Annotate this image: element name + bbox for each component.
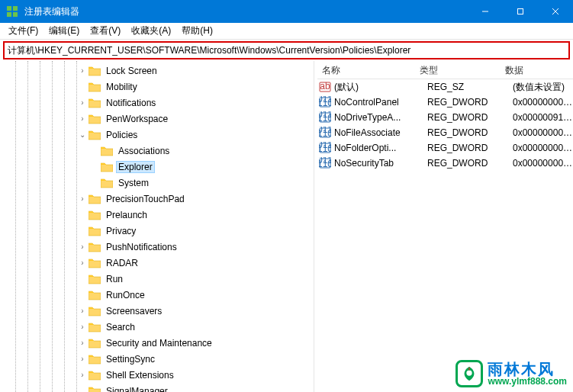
value-row[interactable]: 011110NoControlPanelREG_DWORD0x00000000 … <box>317 95 573 110</box>
tree-item-label: SettingSync <box>104 353 157 365</box>
chevron-right-icon[interactable]: › <box>76 321 89 333</box>
menu-view[interactable]: 查看(V) <box>85 23 126 39</box>
menubar: 文件(F) 编辑(E) 查看(V) 收藏夹(A) 帮助(H) <box>0 23 573 40</box>
svg-text:110: 110 <box>319 159 331 169</box>
tree-item-settingsync[interactable]: ›SettingSync <box>0 351 314 367</box>
tree-item-explorer[interactable]: Explorer <box>0 159 314 175</box>
svg-rect-2 <box>7 12 11 17</box>
value-row[interactable]: 011110NoFolderOpti...REG_DWORD0x00000000… <box>317 140 573 156</box>
tree-item-label: PenWorkspace <box>104 113 170 125</box>
chevron-right-icon[interactable]: › <box>76 337 89 349</box>
svg-rect-3 <box>13 12 18 17</box>
tree-item-privacy[interactable]: Privacy <box>0 223 314 239</box>
folder-icon <box>89 290 101 300</box>
tree-item-notifications[interactable]: ›Notifications <box>0 95 314 111</box>
tree-item-security-and-maintenance[interactable]: ›Security and Maintenance <box>0 335 314 351</box>
spacer <box>76 81 89 93</box>
svg-rect-5 <box>518 9 523 14</box>
maximize-button[interactable] <box>503 0 538 23</box>
tree-item-label: Explorer <box>116 161 155 173</box>
tree-item-label: Search <box>104 321 137 333</box>
folder-icon <box>101 162 113 172</box>
value-type: REG_DWORD <box>427 97 513 108</box>
value-name: (默认) <box>334 81 427 94</box>
tree-item-label: PrecisionTouchPad <box>104 193 187 205</box>
folder-icon <box>89 130 101 140</box>
spacer <box>76 289 89 301</box>
folder-icon <box>89 114 101 124</box>
chevron-right-icon[interactable]: › <box>76 65 89 77</box>
app-icon <box>6 5 18 18</box>
chevron-right-icon[interactable]: › <box>76 241 89 253</box>
spacer <box>89 177 101 189</box>
tree-item-label: Security and Maintenance <box>104 337 214 349</box>
svg-text:110: 110 <box>319 143 331 154</box>
close-button[interactable] <box>538 0 573 23</box>
tree-item-label: Notifications <box>104 97 158 109</box>
value-row[interactable]: 011110NoSecurityTabREG_DWORD0x00000000 (… <box>317 156 573 171</box>
value-row[interactable]: 011110NoDriveTypeA...REG_DWORD0x00000091… <box>317 110 573 125</box>
tree-item-associations[interactable]: Associations <box>0 143 314 159</box>
tree-item-label: Shell Extensions <box>104 369 176 381</box>
tree-item-signalmanager[interactable]: SignalManager <box>0 383 314 392</box>
value-type: REG_DWORD <box>427 112 513 123</box>
tree-item-prelaunch[interactable]: Prelaunch <box>0 207 314 223</box>
chevron-down-icon[interactable]: ⌄ <box>76 129 89 141</box>
spacer <box>89 145 101 157</box>
address-input[interactable] <box>8 45 565 56</box>
tree-item-label: PushNotifications <box>104 241 179 253</box>
address-bar[interactable] <box>3 41 570 59</box>
tree-item-runonce[interactable]: RunOnce <box>0 287 314 303</box>
folder-icon <box>89 338 101 349</box>
value-data: 0x00000000 (0) <box>513 143 573 153</box>
tree-item-shell-extensions[interactable]: ›Shell Extensions <box>0 367 314 383</box>
value-data: 0x00000000 (0) <box>513 158 573 169</box>
chevron-right-icon[interactable]: › <box>76 305 89 317</box>
chevron-right-icon[interactable]: › <box>76 353 89 365</box>
column-data[interactable]: 数据 <box>501 61 573 79</box>
tree-item-screensavers[interactable]: ›Screensavers <box>0 303 314 319</box>
tree-item-pushnotifications[interactable]: ›PushNotifications <box>0 239 314 255</box>
folder-icon <box>89 242 101 252</box>
chevron-right-icon[interactable]: › <box>76 369 89 381</box>
chevron-right-icon[interactable]: › <box>76 193 89 205</box>
tree-item-policies[interactable]: ⌄Policies <box>0 127 314 143</box>
minimize-button[interactable] <box>468 0 503 23</box>
tree-item-mobility[interactable]: Mobility <box>0 79 314 95</box>
svg-text:110: 110 <box>319 113 331 124</box>
folder-icon <box>89 66 101 76</box>
value-data: (数值未设置) <box>513 81 573 94</box>
tree-item-search[interactable]: ›Search <box>0 319 314 335</box>
chevron-right-icon[interactable]: › <box>76 113 89 125</box>
tree-item-radar[interactable]: ›RADAR <box>0 255 314 271</box>
menu-edit[interactable]: 编辑(E) <box>43 23 85 39</box>
column-name[interactable]: 名称 <box>317 61 415 79</box>
value-row[interactable]: ab(默认)REG_SZ(数值未设置) <box>317 79 573 95</box>
list-pane[interactable]: 名称 类型 数据 ab(默认)REG_SZ(数值未设置)011110NoCont… <box>317 61 573 392</box>
menu-help[interactable]: 帮助(H) <box>176 23 218 39</box>
chevron-right-icon[interactable]: › <box>76 257 89 269</box>
tree-item-precisiontouchpad[interactable]: ›PrecisionTouchPad <box>0 191 314 207</box>
value-type: REG_DWORD <box>427 143 513 153</box>
tree-item-label: Prelaunch <box>104 209 150 221</box>
menu-favorites[interactable]: 收藏夹(A) <box>126 23 176 39</box>
tree-item-system[interactable]: System <box>0 175 314 191</box>
folder-icon <box>89 210 101 220</box>
tree-item-penworkspace[interactable]: ›PenWorkspace <box>0 111 314 127</box>
tree-item-lock-screen[interactable]: ›Lock Screen <box>0 63 314 79</box>
tree-item-run[interactable]: Run <box>0 271 314 287</box>
tree-item-label: Mobility <box>104 81 140 93</box>
value-row[interactable]: 011110NoFileAssociateREG_DWORD0x00000000… <box>317 125 573 140</box>
dword-value-icon: 011110 <box>319 127 331 139</box>
tree-pane[interactable]: ›Lock ScreenMobility›Notifications›PenWo… <box>0 61 314 392</box>
chevron-right-icon[interactable]: › <box>76 97 89 109</box>
value-type: REG_DWORD <box>427 127 513 138</box>
column-type[interactable]: 类型 <box>415 61 501 79</box>
folder-icon <box>89 354 101 365</box>
dword-value-icon: 011110 <box>319 96 331 108</box>
value-name: NoControlPanel <box>334 97 427 108</box>
tree-item-label: Policies <box>104 129 140 141</box>
tree-item-label: Screensavers <box>104 305 164 317</box>
tree-item-label: System <box>116 177 151 189</box>
menu-file[interactable]: 文件(F) <box>3 23 43 39</box>
